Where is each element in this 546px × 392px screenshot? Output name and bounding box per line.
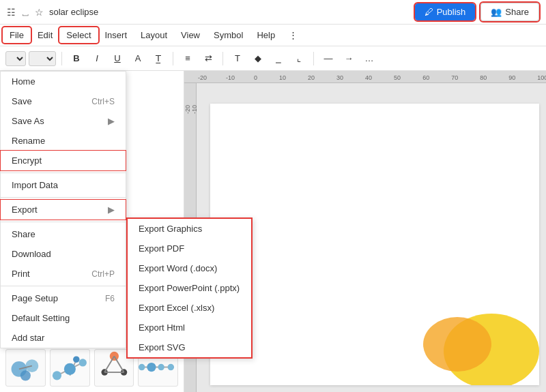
file-menu-rename[interactable]: Rename [1, 131, 126, 151]
share-button[interactable]: 👥 Share [480, 3, 539, 21]
menu-select[interactable]: Select [59, 27, 98, 43]
menu-insert[interactable]: Insert [98, 27, 134, 43]
file-menu-page-setup[interactable]: Page Setup F6 [1, 288, 126, 308]
file-menu-print[interactable]: Print Ctrl+P [1, 264, 126, 284]
publish-button[interactable]: 🖊 Publish [415, 3, 476, 20]
fill-button[interactable]: ◆ [249, 50, 267, 67]
app-title: solar eclipse [49, 7, 98, 17]
arrow-button[interactable]: → [340, 50, 358, 67]
svg-point-46 [73, 357, 79, 363]
font-color-button[interactable]: A [129, 50, 147, 67]
svg-point-55 [147, 363, 156, 372]
toolbar: B I U A T̲ ≡ ⇄ T ◆ ⎯ ⌞ — → … [0, 46, 546, 71]
title-bar: ☷ ⎵ ☆ solar eclipse 🖊 Publish 👥 Share [0, 0, 546, 25]
menu-separator-4 [1, 286, 126, 286]
menu-separator-3 [1, 222, 126, 222]
line-button[interactable]: ⎯ [270, 50, 287, 67]
export-powerpoint[interactable]: Export PowerPoint (.pptx) [128, 278, 251, 298]
file-menu-save-as[interactable]: Save As ▶ [1, 111, 126, 131]
svg-point-38 [25, 360, 38, 373]
file-menu-add-star[interactable]: Add star [1, 328, 126, 348]
export-graphics[interactable]: Export Graphics [128, 219, 251, 239]
text-box-button[interactable]: T [229, 50, 246, 67]
share-icon[interactable]: ⎵ [23, 7, 28, 18]
font-size-select[interactable] [29, 51, 56, 66]
file-menu-download[interactable]: Download [1, 244, 126, 264]
menu-bar: File Edit Select Insert Layout View Symb… [0, 25, 546, 46]
file-menu-encrypt[interactable]: Encrypt [1, 151, 126, 170]
title-icons: ☷ ⎵ ☆ [7, 7, 44, 18]
svg-point-59 [423, 317, 491, 372]
svg-point-56 [158, 364, 164, 370]
publish-icon: 🖊 [425, 7, 433, 17]
star-icon[interactable]: ☆ [35, 7, 44, 18]
share-people-icon: 👥 [491, 7, 502, 17]
dotted-button[interactable]: … [360, 50, 378, 67]
white-canvas[interactable] [210, 104, 539, 385]
align-center-button[interactable]: ⇄ [199, 50, 217, 67]
menu-file[interactable]: File [3, 27, 31, 43]
underline-button[interactable]: U [109, 50, 126, 67]
title-left: ☷ ⎵ ☆ solar eclipse [7, 7, 98, 18]
canvas-blob [389, 290, 539, 385]
align-left-button[interactable]: ≡ [179, 50, 197, 67]
svg-point-57 [168, 364, 174, 370]
menu-view[interactable]: View [174, 27, 207, 43]
menu-layout[interactable]: Layout [134, 27, 174, 43]
svg-point-54 [139, 364, 145, 370]
export-submenu: Export Graphics Export PDF Export Word (… [126, 217, 253, 359]
bs-thumb-2[interactable] [50, 349, 90, 387]
menu-symbol[interactable]: Symbol [207, 27, 250, 43]
svg-point-43 [53, 372, 61, 380]
svg-point-44 [64, 363, 76, 375]
export-html[interactable]: Export Html [128, 318, 251, 337]
menu-more[interactable]: ⋮ [282, 27, 304, 43]
file-menu-default-setting[interactable]: Default Setting [1, 308, 126, 328]
export-svg[interactable]: Export SVG [128, 337, 251, 357]
font-family-select[interactable] [5, 51, 26, 66]
ruler-top: -20 -10 0 10 20 30 40 50 60 70 80 90 100 [184, 71, 546, 83]
file-menu-home[interactable]: Home [1, 72, 126, 91]
menu-edit[interactable]: Edit [31, 27, 59, 43]
file-menu-share[interactable]: Share [1, 224, 126, 244]
file-menu-dropdown: Home Save Ctrl+S Save As ▶ Rename Encryp… [0, 71, 126, 348]
file-menu-import[interactable]: Import Data [1, 175, 126, 195]
title-right: 🖊 Publish 👥 Share [415, 3, 539, 21]
menu-separator-1 [1, 172, 126, 173]
menu-help[interactable]: Help [250, 27, 282, 43]
bold-button[interactable]: B [68, 50, 85, 67]
bs-thumb-1[interactable] [5, 349, 46, 387]
svg-point-39 [20, 371, 31, 381]
export-excel[interactable]: Export Excel (.xlsx) [128, 298, 251, 318]
file-menu-export[interactable]: Export ▶ [1, 200, 126, 220]
italic-button[interactable]: I [88, 50, 106, 67]
svg-point-45 [78, 359, 86, 367]
svg-line-50 [104, 357, 114, 373]
svg-line-51 [114, 357, 124, 373]
file-menu-save[interactable]: Save Ctrl+S [1, 91, 126, 111]
main-area: Home Save Ctrl+S Save As ▶ Rename Encryp… [0, 71, 546, 392]
menu-separator-2 [1, 197, 126, 198]
text-style-button[interactable]: T̲ [149, 50, 167, 67]
grid-icon[interactable]: ☷ [7, 7, 16, 18]
export-word[interactable]: Export Word (.docx) [128, 258, 251, 278]
corner-button[interactable]: ⌞ [290, 50, 308, 67]
export-pdf[interactable]: Export PDF [128, 239, 251, 258]
dash-button[interactable]: — [319, 50, 337, 67]
left-panel: Home Save Ctrl+S Save As ▶ Rename Encryp… [0, 71, 184, 392]
